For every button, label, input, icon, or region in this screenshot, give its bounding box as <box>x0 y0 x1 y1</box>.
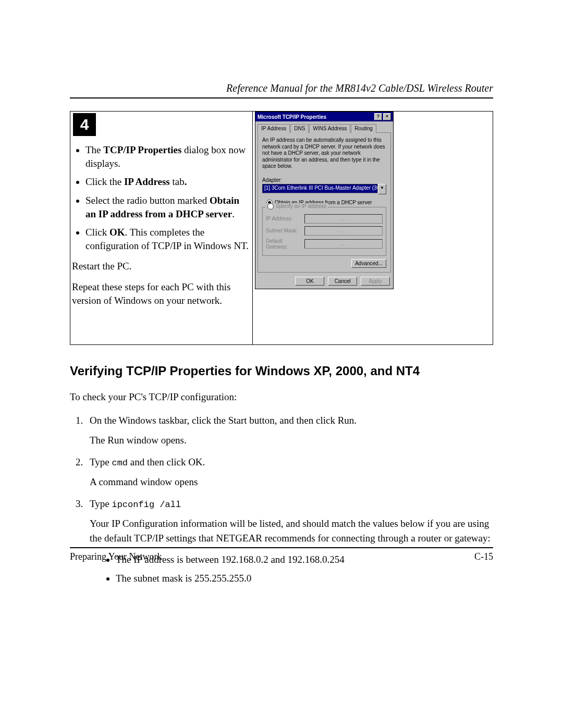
footer-left: Preparing Your Network <box>70 551 162 562</box>
text: Type <box>90 456 112 467</box>
code: ipconfig /all <box>112 500 181 510</box>
step-restart: Restart the PC. <box>72 260 251 273</box>
text: On the Windows taskbar, click the Start … <box>90 415 357 426</box>
ip-field: . . . <box>304 214 383 224</box>
tab-ip-address[interactable]: IP Address <box>258 124 290 133</box>
adapter-value: [1] 3Com Etherlink III PCI Bus-Master Ad… <box>262 184 378 193</box>
ip-address-row: IP Address: . . . <box>266 214 383 224</box>
step-bullet: The TCP/IP Properties dialog box now dis… <box>85 143 251 170</box>
code: cmd <box>112 458 128 468</box>
advanced-button[interactable]: Advanced... <box>351 259 386 268</box>
apply-button[interactable]: Apply <box>361 277 390 286</box>
step-bullet: Select the radio button marked Obtain an… <box>85 194 251 220</box>
gateway-row: Default Gateway: . . . <box>266 238 383 250</box>
tab-dns[interactable]: DNS <box>290 124 309 133</box>
subnet-row: Subnet Mask: . . . <box>266 226 383 236</box>
subnet-label: Subnet Mask: <box>266 228 304 233</box>
text: A command window opens <box>90 475 493 489</box>
text-bold: TCP/IP Properties <box>103 144 181 155</box>
gateway-field: . . . <box>304 239 383 249</box>
tab-panel: An IP address can be automatically assig… <box>258 132 391 273</box>
ip-label: IP Address: <box>266 216 304 221</box>
adapter-label: Adapter: <box>262 177 386 183</box>
dialog-explain: An IP address can be automatically assig… <box>262 137 386 170</box>
text-bold: . <box>185 176 187 187</box>
list-item: Type ipconfig /all Your IP Configuration… <box>85 497 493 586</box>
text: Click <box>85 227 109 238</box>
text-bold: IP Address <box>124 176 170 187</box>
list-item: On the Windows taskbar, click the Start … <box>85 413 493 447</box>
step-number-badge: 4 <box>73 113 96 136</box>
step-repeat: Repeat these steps for each PC with this… <box>72 280 251 307</box>
text: Click the <box>85 176 124 187</box>
ok-button[interactable]: OK <box>295 277 324 286</box>
list-item: The subnet mask is 255.255.255.0 <box>116 571 493 586</box>
tcpip-dialog: Microsoft TCP/IP Properties ? × IP Addre… <box>255 112 394 289</box>
radio-icon <box>267 203 274 209</box>
text: and then click OK. <box>128 456 205 467</box>
help-icon[interactable]: ? <box>374 113 382 120</box>
text: Select the radio button marked <box>85 195 210 206</box>
close-icon[interactable]: × <box>383 113 391 120</box>
text: The Run window opens. <box>90 433 493 448</box>
step-bullet: Click OK. This completes the configurati… <box>85 226 251 252</box>
tab-routing[interactable]: Routing <box>351 124 376 133</box>
text: . <box>232 208 235 219</box>
radio-specify-ip[interactable]: Specify an IP address <box>266 203 328 209</box>
dialog-title: Microsoft TCP/IP Properties <box>258 114 326 120</box>
text: The <box>85 144 103 155</box>
dialog-titlebar: Microsoft TCP/IP Properties ? × <box>255 112 393 121</box>
tab-wins[interactable]: WINS Address <box>309 124 350 133</box>
adapter-combo[interactable]: [1] 3Com Etherlink III PCI Bus-Master Ad… <box>262 184 386 194</box>
cancel-button[interactable]: Cancel <box>328 277 357 286</box>
step-bullet: Click the IP Address tab. <box>85 175 251 189</box>
running-header: Reference Manual for the MR814v2 Cable/D… <box>70 82 493 94</box>
text-bold: OK <box>109 227 125 238</box>
section-heading: Verifying TCP/IP Properties for Windows … <box>70 364 493 378</box>
text: Type <box>90 498 112 509</box>
radio-label: Specify an IP address <box>276 203 326 209</box>
dialog-tabs: IP Address DNS WINS Address Routing <box>258 124 391 132</box>
text: tab <box>170 176 185 187</box>
specify-groupbox: Specify an IP address IP Address: . . . … <box>262 207 386 256</box>
list-item: Type cmd and then click OK. A command wi… <box>85 455 493 489</box>
section-intro: To check your PC's TCP/IP configuration: <box>70 390 493 404</box>
footer-right: C-15 <box>474 551 493 562</box>
text: Your IP Configuration information will b… <box>90 516 493 545</box>
gateway-label: Default Gateway: <box>266 238 304 250</box>
subnet-field: . . . <box>304 226 383 236</box>
step-figure-row: 4 The TCP/IP Properties dialog box now d… <box>70 111 493 345</box>
header-rule <box>70 97 493 98</box>
chevron-down-icon[interactable]: ▼ <box>378 184 386 194</box>
page-footer: Preparing Your Network C-15 <box>70 547 493 562</box>
